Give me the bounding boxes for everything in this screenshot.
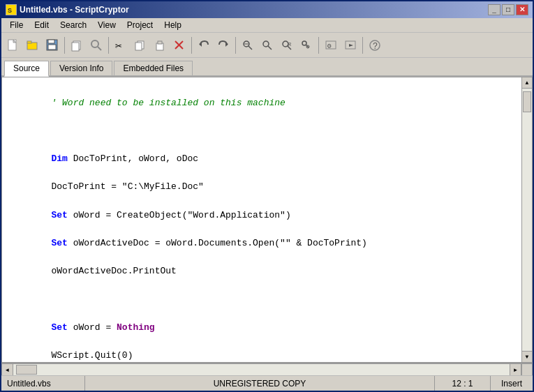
scroll-down-button[interactable]: ▼ <box>522 351 532 362</box>
menu-view[interactable]: View <box>92 19 121 31</box>
svg-text:⚙: ⚙ <box>327 43 332 50</box>
redo-button[interactable] <box>214 36 232 54</box>
minimize-button[interactable]: _ <box>488 4 500 15</box>
window-title: Untitled.vbs - ScriptCryptor <box>20 5 129 15</box>
menu-file[interactable]: File <box>4 19 29 31</box>
copy-doc-button[interactable] <box>68 36 86 54</box>
title-bar-controls: _ □ ✕ <box>488 4 528 15</box>
code-line-1: ' Word need to be installed on this mach… <box>51 98 285 108</box>
toolbar: ✂ R <box>1 33 533 57</box>
status-position: 12 : 1 <box>435 376 491 391</box>
horizontal-scrollbar-row: ◄ ► <box>1 363 533 375</box>
separator-5 <box>318 37 319 54</box>
menu-bar: File Edit Search View Project Help <box>1 18 533 33</box>
title-bar: S Untitled.vbs - ScriptCryptor _ □ ✕ <box>1 1 533 18</box>
copy-button[interactable] <box>131 36 149 54</box>
main-window: S Untitled.vbs - ScriptCryptor _ □ ✕ Fil… <box>0 0 534 392</box>
status-copy-notice: UNREGISTERED COPY <box>85 376 435 391</box>
code-line-6: Set oWordActiveDoc = oWord.Documents.Ope… <box>51 238 366 248</box>
vertical-scrollbar: ▲ ▼ <box>521 77 533 363</box>
scroll-left-button[interactable]: ◄ <box>2 364 13 375</box>
separator-3 <box>191 37 192 54</box>
editor-scroll-area[interactable]: ' Word need to be installed on this mach… <box>1 77 521 363</box>
scroll-right-button[interactable]: ► <box>510 364 521 375</box>
svg-line-24 <box>249 46 252 50</box>
search1-button[interactable] <box>239 36 257 54</box>
tab-version-info[interactable]: Version Info <box>50 61 112 75</box>
menu-help[interactable]: Help <box>158 19 187 31</box>
svg-rect-9 <box>48 45 56 50</box>
svg-text:?: ? <box>373 42 378 52</box>
svg-rect-16 <box>135 43 142 50</box>
svg-rect-11 <box>72 43 79 51</box>
tab-bar: Source Version Info Embedded Files <box>1 58 533 77</box>
close-button[interactable]: ✕ <box>516 4 528 15</box>
paste-button[interactable] <box>151 36 169 54</box>
svg-text:S: S <box>8 7 12 14</box>
svg-text:R: R <box>288 42 292 47</box>
find-button[interactable] <box>87 36 105 54</box>
svg-point-26 <box>263 41 269 47</box>
status-bar: Untitled.vbs UNREGISTERED COPY 12 : 1 In… <box>1 375 533 391</box>
h-scroll-thumb[interactable] <box>16 365 37 375</box>
help-button[interactable]: ? <box>366 36 384 54</box>
separator-4 <box>235 37 236 54</box>
code-line-4: DocToPrint = "C:\MyFile.Doc" <box>51 181 203 192</box>
svg-marker-37 <box>349 44 353 47</box>
svg-line-13 <box>98 47 101 50</box>
search3-button[interactable]: R <box>278 36 296 54</box>
svg-line-27 <box>268 46 272 50</box>
status-filename: Untitled.vbs <box>1 376 85 391</box>
svg-point-12 <box>91 40 98 47</box>
menu-edit[interactable]: Edit <box>29 19 54 31</box>
new-button[interactable] <box>4 36 22 54</box>
scroll-track[interactable] <box>522 89 532 351</box>
title-bar-left: S Untitled.vbs - ScriptCryptor <box>6 4 129 15</box>
maximize-button[interactable]: □ <box>502 4 514 15</box>
open-button[interactable] <box>24 36 42 54</box>
scrollbar-corner <box>521 363 533 376</box>
search2-button[interactable] <box>258 36 276 54</box>
app-icon: S <box>6 4 17 15</box>
svg-rect-8 <box>48 40 54 43</box>
compile2-button[interactable] <box>341 36 359 54</box>
code-line-9: Set oWord = Nothing <box>51 322 154 333</box>
status-mode: Insert <box>491 376 533 391</box>
editor-wrapper: ' Word need to be installed on this mach… <box>1 77 533 363</box>
save-button[interactable] <box>43 36 61 54</box>
scroll-up-button[interactable]: ▲ <box>522 77 532 89</box>
code-line-3: Dim DocToPrint, oWord, oDoc <box>51 153 198 164</box>
separator-6 <box>362 37 363 54</box>
svg-text:✂: ✂ <box>115 40 122 52</box>
horizontal-scrollbar: ◄ ► <box>1 363 521 376</box>
svg-rect-18 <box>158 41 162 44</box>
code-line-7: oWordActiveDoc.PrintOut <box>51 266 176 276</box>
svg-rect-6 <box>27 41 31 43</box>
code-line-5: Set oWord = CreateObject("Word.Applicati… <box>51 210 290 220</box>
h-scroll-track[interactable] <box>13 364 510 375</box>
compile1-button[interactable]: ⚙ <box>322 36 340 54</box>
svg-point-28 <box>283 41 288 47</box>
scroll-thumb[interactable] <box>523 91 531 112</box>
separator-2 <box>108 37 109 54</box>
tab-source[interactable]: Source <box>4 61 49 77</box>
editor-content[interactable]: ' Word need to be installed on this mach… <box>2 77 521 362</box>
menu-search[interactable]: Search <box>54 19 92 31</box>
search4-button[interactable] <box>297 36 316 54</box>
code-line-10: WScript.Quit(0) <box>51 350 133 361</box>
separator-1 <box>64 37 65 54</box>
undo-button[interactable] <box>195 36 213 54</box>
cut-button[interactable]: ✂ <box>112 36 130 54</box>
tab-embedded-files[interactable]: Embedded Files <box>114 61 193 75</box>
delete-button[interactable] <box>170 36 188 54</box>
menu-project[interactable]: Project <box>121 19 158 31</box>
